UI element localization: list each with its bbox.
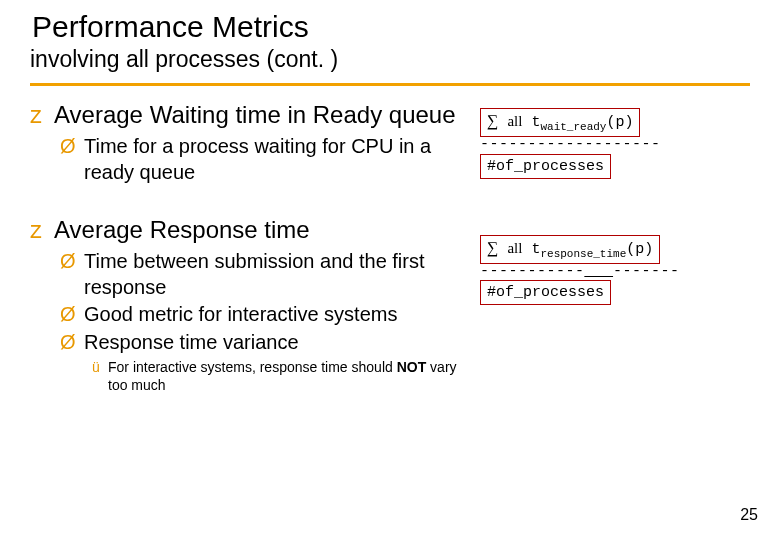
formula-all-word: all xyxy=(507,113,522,129)
sigma-icon: ∑ xyxy=(487,112,498,129)
slide: Performance Metrics involving all proces… xyxy=(0,0,780,540)
formula-wait-numerator: ∑ all twait_ready(p) xyxy=(480,108,640,137)
formula-response-numerator: ∑ all tresponse_time(p) xyxy=(480,235,660,264)
dash-seg-b: ___ xyxy=(585,263,614,280)
dash-seg-a: ----------- xyxy=(480,263,585,280)
formula-wait-ready: ∑ all twait_ready(p) -------------------… xyxy=(480,108,750,179)
formula-response-denominator: #of_processes xyxy=(480,280,611,305)
heading-avg-response: z Average Response time xyxy=(30,215,460,245)
heading-avg-response-text: Average Response time xyxy=(54,216,310,243)
formula-response-time: ∑ all tresponse_time(p) -----------___--… xyxy=(480,235,750,306)
left-column: z Average Waiting time in Ready queue Ø … xyxy=(30,100,460,416)
sub-waiting-desc-text: Time for a process waiting for CPU in a … xyxy=(84,135,431,183)
formula-wait-denominator: #of_processes xyxy=(480,154,611,179)
page-number: 25 xyxy=(740,506,758,524)
section-avg-response: z Average Response time Ø Time between s… xyxy=(30,215,460,394)
formula-denom-text: #of_processes xyxy=(487,284,604,301)
bullet-arrow-icon: Ø xyxy=(60,134,76,160)
sub-response-goodmetric-text: Good metric for interactive systems xyxy=(84,303,397,325)
sub-response-variance: Ø Response time variance xyxy=(30,330,460,356)
right-column: ∑ all twait_ready(p) -------------------… xyxy=(480,100,750,416)
sub-response-submission-text: Time between submission and the first re… xyxy=(84,250,425,298)
bullet-arrow-icon: Ø xyxy=(60,330,76,356)
section-avg-waiting: z Average Waiting time in Ready queue Ø … xyxy=(30,100,460,185)
note-variance-a: For interactive systems, response time s… xyxy=(108,359,397,375)
heading-avg-waiting-text: Average Waiting time in Ready queue xyxy=(54,101,456,128)
heading-avg-waiting: z Average Waiting time in Ready queue xyxy=(30,100,460,130)
bullet-arrow-icon: Ø xyxy=(60,249,76,275)
sigma-icon: ∑ xyxy=(487,239,498,256)
formula-subscript: wait_ready xyxy=(540,121,606,133)
formula-arg: (p) xyxy=(626,241,653,258)
sub-response-submission: Ø Time between submission and the first … xyxy=(30,249,460,300)
sub-response-goodmetric: Ø Good metric for interactive systems xyxy=(30,302,460,328)
dash-seg-c: ------- xyxy=(613,263,680,280)
sub-response-variance-text: Response time variance xyxy=(84,331,299,353)
bullet-check-icon: ü xyxy=(92,358,100,376)
content-columns: z Average Waiting time in Ready queue Ø … xyxy=(30,100,750,416)
page-subtitle: involving all processes (cont. ) xyxy=(30,46,750,73)
formula-arg: (p) xyxy=(606,114,633,131)
sub-waiting-desc: Ø Time for a process waiting for CPU in … xyxy=(30,134,460,185)
note-variance: ü For interactive systems, response time… xyxy=(30,358,460,394)
formula-all-word: all xyxy=(507,240,522,256)
bullet-arrow-icon: Ø xyxy=(60,302,76,328)
formula-divider-dashes: ------------------- xyxy=(480,137,750,154)
formula-denom-text: #of_processes xyxy=(487,158,604,175)
page-title: Performance Metrics xyxy=(32,10,750,44)
bullet-z-icon: z xyxy=(30,100,42,130)
formula-divider-dashes: -----------___------- xyxy=(480,264,750,281)
divider-rule xyxy=(30,83,750,86)
formula-subscript: response_time xyxy=(540,248,626,260)
bullet-z-icon: z xyxy=(30,215,42,245)
note-variance-b: NOT xyxy=(397,359,427,375)
